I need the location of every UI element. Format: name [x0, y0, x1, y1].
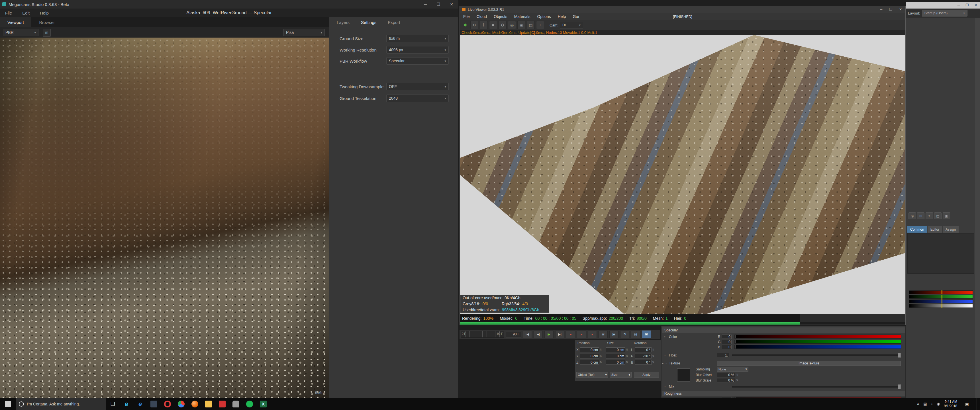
render-settings-gear-icon[interactable]: ⚙ — [498, 21, 506, 29]
ground-size-dropdown[interactable]: 6x6 m ▾ — [386, 35, 449, 42]
green-channel-slider[interactable] — [909, 295, 973, 299]
red-value-field[interactable]: 0 — [722, 335, 732, 339]
green-gradient-slider[interactable] — [735, 340, 901, 344]
tab-viewport[interactable]: Viewport — [0, 17, 31, 27]
spinner-icon[interactable]: ⇅ — [626, 354, 628, 358]
pbr-dropdown[interactable]: PBR ▾ — [3, 29, 38, 36]
clock[interactable]: 9:41 AM 9/1/2018 — [944, 400, 957, 408]
menu-help[interactable]: Help — [554, 14, 570, 19]
spinner-icon[interactable]: ⇅ — [600, 354, 602, 358]
taskbar-app-8[interactable] — [215, 398, 229, 410]
taskbar-app-6[interactable] — [188, 398, 202, 410]
taskbar-app-3[interactable] — [147, 398, 161, 410]
rotation-h-field[interactable]: 0 ° — [635, 347, 652, 352]
timeline-ruler[interactable]: 0 F 90 F — [461, 331, 504, 338]
show-desktop-button[interactable] — [977, 398, 979, 410]
position-z-field[interactable]: 0 cm — [580, 360, 599, 365]
spinner-icon[interactable]: ⇅ — [652, 354, 654, 358]
megascans-titlebar[interactable]: Megascans Studio 0.8.63 - Beta ─ ❐ ✕ — [0, 0, 458, 8]
menu-gui[interactable]: Gui — [569, 14, 582, 19]
spinner-icon[interactable]: ⇅ — [600, 361, 602, 364]
position-y-field[interactable]: 0 cm — [580, 354, 599, 359]
slider-handle[interactable] — [898, 385, 901, 389]
restart-render-icon[interactable]: ↻ — [470, 21, 478, 29]
close-button[interactable]: ✕ — [445, 0, 458, 8]
film-icon[interactable]: ▤ — [934, 212, 942, 219]
apply-button[interactable]: Apply — [634, 372, 659, 378]
target-icon[interactable]: ▣ — [943, 212, 950, 219]
blur-offset-field[interactable]: 0 % — [717, 373, 735, 377]
coord-mode-dropdown[interactable]: Object (Rel) ▾ — [576, 372, 608, 378]
chevron-up-icon[interactable]: ∧ — [917, 402, 920, 406]
tweaking-downsample-dropdown[interactable]: OFF ▾ — [386, 83, 449, 90]
menu-options[interactable]: Options — [534, 14, 554, 19]
menu-materials[interactable]: Materials — [511, 14, 534, 19]
snap-icon[interactable]: ◎ — [908, 212, 916, 219]
key-position-toggle[interactable]: ⊞ — [598, 331, 608, 338]
maximize-button[interactable]: ❐ — [432, 0, 445, 8]
action-center-icon[interactable]: ▣ — [961, 398, 973, 410]
taskbar-app-2[interactable]: e — [133, 398, 147, 410]
float-value-field[interactable]: 1. — [717, 353, 729, 358]
coord-size-dropdown[interactable]: Size ▾ — [610, 372, 632, 378]
rotation-b-field[interactable]: 0 ° — [635, 360, 652, 365]
render-view[interactable]: Out-of-core used/max: 0Kb/4Gb Grey8/16: … — [460, 35, 905, 314]
slider-marker[interactable] — [735, 340, 736, 343]
slider-marker[interactable] — [735, 335, 736, 338]
grid-icon[interactable]: ⊞ — [917, 212, 924, 219]
key-rotation-toggle[interactable]: ↻ — [620, 331, 629, 338]
texture-thumbnail[interactable] — [677, 369, 690, 381]
slider-marker[interactable] — [942, 299, 942, 304]
menu-edit[interactable]: Edit — [17, 11, 35, 15]
spinner-icon[interactable]: ⇅ — [736, 379, 738, 381]
cam-dropdown[interactable]: DL ▾ — [560, 22, 583, 29]
pbr-workflow-dropdown[interactable]: Specular ▾ — [386, 57, 449, 65]
spinner-icon[interactable]: ⇅ — [600, 348, 602, 351]
anim-dot-icon[interactable]: ○ — [664, 385, 665, 388]
key-parameter-toggle[interactable]: ▤ — [631, 331, 640, 338]
taskbar-app-5[interactable] — [174, 398, 188, 410]
play-button[interactable]: ▶ — [544, 331, 554, 338]
menu-file[interactable]: File — [460, 14, 473, 19]
mix-slider[interactable] — [732, 385, 901, 388]
volume-icon[interactable]: ♪ — [931, 402, 933, 406]
live-viewer-titlebar[interactable]: Live Viewer 3.03.3-R1 ─ ❐ ✕ — [460, 6, 905, 13]
taskbar-app-1[interactable]: e — [120, 398, 133, 410]
picker-icon[interactable]: + — [536, 21, 544, 29]
value-channel-slider[interactable] — [909, 304, 973, 308]
maximize-button[interactable]: ❐ — [886, 6, 896, 13]
spinner-icon[interactable]: ⇅ — [626, 361, 628, 364]
size-z-field[interactable]: 0 cm — [606, 360, 625, 365]
slider-marker[interactable] — [735, 345, 736, 348]
menu-cloud[interactable]: Cloud — [473, 14, 490, 19]
pause-render-icon[interactable]: ‖ — [480, 21, 488, 29]
taskbar-app-7[interactable] — [202, 398, 215, 410]
position-x-field[interactable]: 0 cm — [580, 347, 599, 352]
minimize-button[interactable]: ─ — [419, 0, 432, 8]
tab-settings[interactable]: Settings — [361, 17, 376, 27]
red-channel-slider[interactable] — [909, 291, 973, 294]
blue-gradient-slider[interactable] — [735, 345, 901, 349]
menu-help[interactable]: Help — [35, 11, 54, 15]
size-y-field[interactable]: 0 cm — [606, 354, 625, 359]
tab-layers[interactable]: Layers — [337, 17, 350, 27]
stop-render-icon[interactable]: ■ — [489, 21, 497, 29]
menu-file[interactable]: File — [0, 11, 17, 15]
rotation-p-field[interactable]: -20 ° — [635, 354, 652, 359]
megascans-viewport[interactable]: PBR ▾ ⊞ Pisa ▾ 6x6m — [0, 27, 329, 398]
start-button[interactable] — [0, 398, 16, 410]
red-gradient-slider[interactable] — [735, 335, 901, 338]
green-value-field[interactable]: 0 — [722, 340, 732, 344]
grid-view-icon[interactable]: ⊞ — [43, 29, 51, 37]
blur-scale-field[interactable]: 0 % — [717, 378, 735, 382]
preset-dropdown[interactable]: Pisa ▾ — [283, 29, 325, 36]
minimize-button[interactable]: ─ — [876, 6, 886, 13]
blue-value-field[interactable]: 0 — [722, 345, 732, 349]
slider-marker[interactable] — [942, 304, 942, 308]
go-to-end-button[interactable]: ▶| — [555, 331, 564, 338]
layout-dropdown[interactable]: Startup (Users) ▾ — [922, 10, 967, 16]
spinner-icon[interactable]: ⇅ — [736, 373, 738, 376]
ground-tesselation-dropdown[interactable]: 2048 ▾ — [386, 95, 449, 102]
tab-browser[interactable]: Browser — [31, 17, 63, 27]
tab-editor[interactable]: Editor — [928, 226, 942, 233]
